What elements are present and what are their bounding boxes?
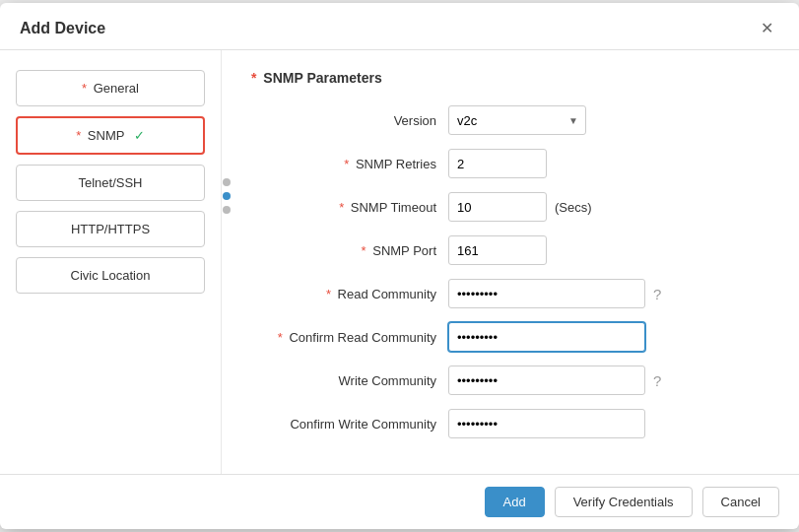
required-star-general: *: [82, 81, 87, 96]
write-community-row: Write Community ?: [251, 366, 769, 395]
dot-1: [223, 178, 231, 186]
snmp-retries-label: * SNMP Retries: [251, 157, 448, 171]
write-community-label: Write Community: [251, 373, 448, 388]
confirm-read-community-label: * Confirm Read Community: [251, 330, 448, 345]
sidebar-item-telnet-ssh[interactable]: Telnet/SSH: [16, 165, 205, 201]
read-community-help-icon[interactable]: ?: [653, 286, 661, 302]
confirm-write-community-row: Confirm Write Community: [251, 409, 769, 438]
snmp-port-input[interactable]: [448, 235, 547, 265]
main-content: * SNMP Parameters Version v1 v2c v3 ▼: [222, 50, 799, 474]
add-button[interactable]: Add: [485, 487, 545, 517]
add-device-dialog: Add Device ✕ * General * SNMP ✓ Telnet/S…: [0, 3, 799, 529]
write-community-help-icon[interactable]: ?: [653, 372, 661, 389]
snmp-timeout-input[interactable]: [448, 192, 547, 222]
version-row: Version v1 v2c v3 ▼: [251, 105, 769, 135]
section-required-star: *: [251, 70, 256, 86]
write-community-input[interactable]: [448, 366, 645, 395]
required-star-snmp: *: [76, 128, 81, 143]
confirm-read-community-input[interactable]: [448, 322, 645, 352]
dot-3: [223, 206, 231, 214]
verify-credentials-button[interactable]: Verify Credentials: [555, 487, 693, 517]
dialog-title: Add Device: [20, 20, 105, 37]
close-button[interactable]: ✕: [755, 17, 779, 39]
version-label: Version: [251, 113, 448, 128]
snmp-section-title: * SNMP Parameters: [251, 70, 769, 86]
confirm-read-community-row: * Confirm Read Community: [251, 322, 769, 352]
sidebar-item-telnet-label: Telnet/SSH: [78, 175, 142, 190]
dot-2: [223, 192, 231, 200]
dialog-footer: Add Verify Credentials Cancel: [0, 474, 799, 529]
check-icon-snmp: ✓: [134, 128, 145, 143]
sidebar-item-snmp-label: SNMP: [88, 128, 124, 143]
snmp-retries-row: * SNMP Retries: [251, 149, 769, 178]
sidebar-item-civic-label: Civic Location: [71, 268, 151, 283]
cancel-button[interactable]: Cancel: [702, 487, 779, 517]
sidebar-item-general[interactable]: * General: [16, 70, 205, 106]
sidebar-item-http-label: HTTP/HTTPS: [71, 222, 150, 236]
dialog-header: Add Device ✕: [0, 3, 799, 50]
snmp-timeout-label: * SNMP Timeout: [251, 200, 448, 215]
confirm-write-community-label: Confirm Write Community: [251, 417, 448, 432]
dialog-body: * General * SNMP ✓ Telnet/SSH HTTP/HTTPS…: [0, 50, 799, 474]
version-select[interactable]: v1 v2c v3: [448, 105, 586, 135]
secs-label: (Secs): [555, 200, 592, 215]
sidebar-item-general-label: General: [94, 81, 139, 96]
sidebar-item-snmp[interactable]: * SNMP ✓: [16, 116, 205, 155]
snmp-port-row: * SNMP Port: [251, 235, 769, 265]
snmp-port-label: * SNMP Port: [251, 243, 448, 258]
snmp-retries-input[interactable]: [448, 149, 547, 178]
version-select-wrapper: v1 v2c v3 ▼: [448, 105, 586, 135]
sidebar-item-civic-location[interactable]: Civic Location: [16, 257, 205, 294]
read-community-input[interactable]: [448, 279, 645, 308]
sidebar: * General * SNMP ✓ Telnet/SSH HTTP/HTTPS…: [0, 50, 222, 474]
snmp-timeout-row: * SNMP Timeout (Secs): [251, 192, 769, 222]
sidebar-dots: [223, 178, 231, 214]
confirm-write-community-input[interactable]: [448, 409, 645, 438]
read-community-label: * Read Community: [251, 287, 448, 301]
read-community-row: * Read Community ?: [251, 279, 769, 308]
sidebar-item-http-https[interactable]: HTTP/HTTPS: [16, 211, 205, 247]
